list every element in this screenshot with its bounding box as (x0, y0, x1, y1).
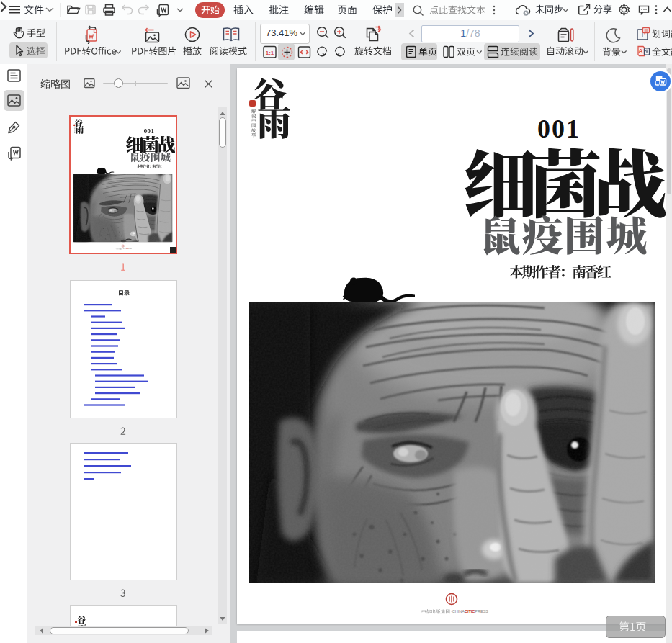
svg-text:1:1: 1:1 (266, 50, 274, 56)
svg-text:A: A (638, 48, 643, 55)
